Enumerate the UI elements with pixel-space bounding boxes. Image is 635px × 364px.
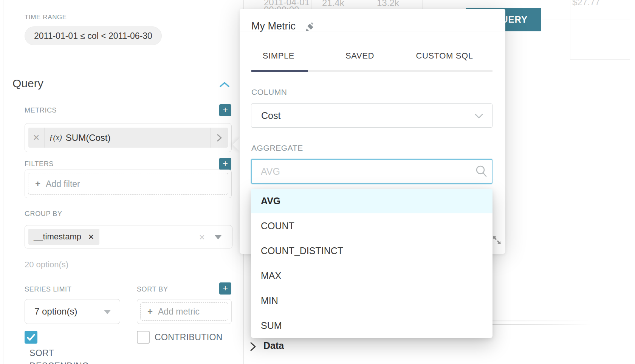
edit-title-pencil-icon[interactable] <box>305 22 314 34</box>
tab-track <box>251 70 493 72</box>
select-caret-down-icon[interactable] <box>215 235 221 239</box>
data-panel-border <box>493 324 591 325</box>
add-sort-metric-plus-button[interactable]: + <box>219 282 231 295</box>
metrics-label: METRICS <box>25 106 57 114</box>
group-by-tag[interactable]: __timestamp ✕ <box>28 229 99 245</box>
collapse-chevron-up-icon[interactable] <box>218 80 231 91</box>
option-count-distinct[interactable]: COUNT_DISTINCT <box>251 238 493 263</box>
query-section-title: Query <box>12 77 43 90</box>
metrics-container: ✕ ƒ(x) SUM(Cost) <box>25 123 232 152</box>
sort-descending-label: SORT DESCENDING <box>29 347 106 364</box>
option-avg[interactable]: AVG <box>251 189 493 213</box>
data-panel-border <box>493 321 591 321</box>
series-limit-value: 7 option(s) <box>34 306 77 317</box>
metric-name: SUM(Cost) <box>66 133 111 143</box>
select-chevron-down-icon <box>474 113 484 121</box>
bg-grid-line <box>311 0 312 9</box>
search-icon <box>475 165 488 180</box>
bg-grid-line <box>570 59 630 60</box>
bg-grid-line <box>422 0 423 9</box>
contribution-label: CONTRIBUTION <box>155 331 223 344</box>
add-filter-label: Add filter <box>46 179 80 189</box>
bg-grid-line <box>542 20 630 20</box>
option-min[interactable]: MIN <box>251 288 493 313</box>
add-filter-plus-button[interactable]: + <box>219 158 231 170</box>
add-metric-plus-button[interactable]: + <box>219 104 231 116</box>
bg-table-cell-cost: $27.77 <box>572 0 600 8</box>
metric-pill[interactable]: ✕ ƒ(x) SUM(Cost) <box>28 128 228 148</box>
divider <box>44 128 45 148</box>
option-sum[interactable]: SUM <box>251 313 493 338</box>
group-by-label: GROUP BY <box>25 210 62 218</box>
aggregate-input[interactable] <box>251 159 493 184</box>
bg-grid-line <box>570 0 570 59</box>
remove-metric-icon[interactable]: ✕ <box>28 133 44 143</box>
option-max[interactable]: MAX <box>251 263 493 288</box>
tab-simple[interactable]: SIMPLE <box>263 51 294 61</box>
bg-grid-line <box>258 0 258 9</box>
plus-icon: + <box>147 306 153 317</box>
aggregate-options-dropdown: AVG COUNT COUNT_DISTINCT MAX MIN SUM <box>251 189 493 338</box>
sort-descending-option[interactable]: SORT DESCENDING <box>25 331 106 364</box>
group-by-tag-label: __timestamp <box>34 232 81 242</box>
clear-select-icon[interactable]: × <box>199 231 205 243</box>
column-select-value: Cost <box>261 110 280 121</box>
filters-label: FILTERS <box>25 160 54 168</box>
function-icon: ƒ(x) <box>49 133 62 142</box>
sort-by-label: SORT BY <box>137 285 168 293</box>
popover-title: My Metric <box>251 20 296 32</box>
section-divider <box>12 99 232 99</box>
add-sort-metric-label: Add metric <box>158 307 200 317</box>
bg-table-cell-value1: 21.4k <box>322 0 344 8</box>
add-sort-metric-button[interactable]: + Add metric <box>140 302 228 321</box>
data-section-chevron-right-icon[interactable] <box>248 341 258 354</box>
time-range-label: TIME RANGE <box>25 14 67 21</box>
bg-table-cell-value2: 13.2k <box>377 0 399 8</box>
aggregate-label: AGGREGATE <box>251 143 303 153</box>
series-limit-label: SERIES LIMIT <box>25 285 71 293</box>
group-by-select[interactable]: __timestamp ✕ × <box>25 225 232 248</box>
option-count[interactable]: COUNT <box>251 213 493 238</box>
sort-descending-checkbox[interactable] <box>25 331 37 344</box>
filters-container: + Add filter <box>25 170 232 198</box>
tab-custom-sql[interactable]: CUSTOM SQL <box>416 51 473 61</box>
series-limit-select[interactable]: 7 option(s) <box>25 299 120 324</box>
column-select[interactable]: Cost <box>251 103 493 128</box>
tab-saved[interactable]: SAVED <box>345 51 374 61</box>
active-tab-indicator <box>251 70 308 72</box>
contribution-option[interactable]: CONTRIBUTION <box>137 331 223 344</box>
add-filter-button[interactable]: + Add filter <box>28 173 228 195</box>
time-range-pill[interactable]: 2011-01-01 ≤ col < 2011-06-30 <box>25 26 162 45</box>
bg-grid-line <box>366 0 366 9</box>
select-caret-down-icon <box>104 310 111 314</box>
edit-metric-chevron-right-icon[interactable] <box>211 133 228 143</box>
column-label: COLUMN <box>251 88 287 97</box>
sort-by-container: + Add metric <box>137 299 232 324</box>
popover-header-divider <box>240 31 505 31</box>
resize-handle-icon[interactable] <box>491 234 503 248</box>
bg-grid-line <box>630 0 630 59</box>
panel-left-border <box>3 0 3 364</box>
group-by-options-hint: 20 option(s) <box>25 260 68 270</box>
plus-icon: + <box>35 179 40 189</box>
data-section-title[interactable]: Data <box>263 340 284 351</box>
remove-tag-icon[interactable]: ✕ <box>88 233 94 241</box>
contribution-checkbox[interactable] <box>137 331 150 344</box>
